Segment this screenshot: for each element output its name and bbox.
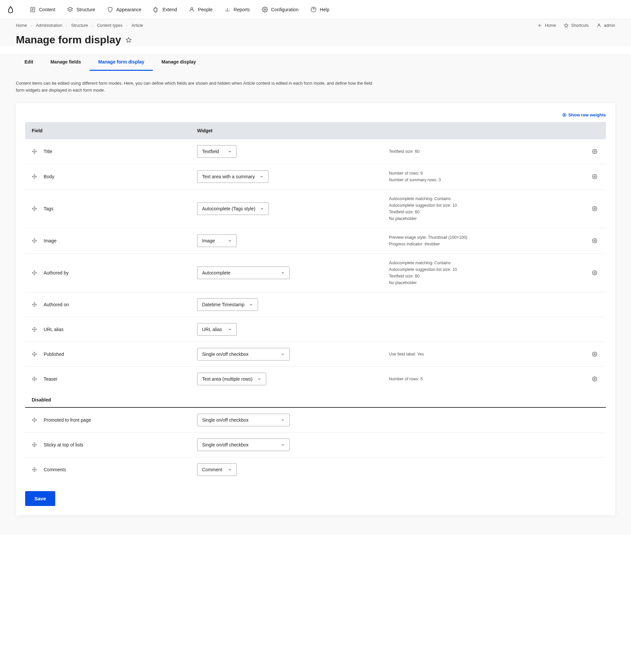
table-row: CommentsComment: [25, 457, 606, 482]
widget-select[interactable]: Autocomplete: [197, 267, 290, 279]
save-button[interactable]: Save: [25, 491, 55, 506]
drag-handle-icon[interactable]: [32, 352, 37, 357]
gear-icon: [262, 7, 268, 13]
drag-handle-icon[interactable]: [32, 376, 37, 382]
widget-select[interactable]: Text area with a summary: [197, 170, 269, 183]
nav-reports[interactable]: Reports: [219, 0, 256, 19]
shortcuts-link[interactable]: Shortcuts: [564, 23, 589, 28]
drag-handle-icon[interactable]: [32, 206, 37, 211]
nav-structure[interactable]: Structure: [61, 0, 101, 19]
puzzle-icon: [153, 7, 159, 13]
svg-point-18: [594, 240, 595, 241]
user-link[interactable]: admin: [597, 23, 615, 28]
field-name: Image: [44, 238, 56, 243]
intro-text: Content items can be edited using differ…: [16, 80, 380, 94]
widget-select-value: Autocomplete (Tags style): [202, 206, 255, 211]
tab-manage-fields[interactable]: Manage fields: [42, 54, 90, 71]
table-row: Authored onDatetime Timestamp: [25, 292, 606, 317]
gear-icon: [592, 149, 597, 154]
settings-button[interactable]: [590, 204, 599, 213]
gear-icon: [592, 206, 597, 211]
svg-point-12: [598, 24, 600, 25]
widget-select-value: Single on/off checkbox: [202, 352, 249, 357]
table-row: ImageImagePreview image style: Thumbnail…: [25, 228, 606, 254]
chevron-down-icon: [260, 175, 264, 178]
user-label: admin: [604, 23, 615, 28]
chevron-down-icon: [260, 207, 264, 211]
field-name: Authored on: [44, 302, 69, 307]
breadcrumb-item[interactable]: Administration: [36, 23, 62, 28]
settings-button[interactable]: [590, 350, 599, 359]
page-header: Manage form display: [0, 28, 631, 46]
field-name: Comments: [44, 467, 66, 472]
widget-select[interactable]: Comment: [197, 463, 237, 476]
widget-select[interactable]: Datetime Timestamp: [197, 298, 258, 311]
chevron-down-icon: [281, 418, 285, 422]
widget-select[interactable]: Single on/off checkbox: [197, 438, 290, 451]
drag-handle-icon[interactable]: [32, 174, 37, 179]
table-row: TagsAutocomplete (Tags style)Autocomplet…: [25, 190, 606, 228]
drag-handle-icon[interactable]: [32, 417, 37, 423]
field-name: Promoted to front page: [44, 417, 91, 423]
settings-button[interactable]: [590, 236, 599, 245]
chevron-down-icon: [228, 467, 232, 472]
field-name: Body: [44, 174, 54, 179]
widget-select[interactable]: URL alias: [197, 323, 237, 336]
tab-manage-form-display[interactable]: Manage form display: [90, 54, 153, 71]
gear-icon: [592, 238, 597, 243]
drag-handle-icon[interactable]: [32, 149, 37, 154]
breadcrumb-item[interactable]: Article: [131, 23, 143, 28]
nav-configuration[interactable]: Configuration: [256, 0, 305, 19]
widget-select[interactable]: Autocomplete (Tags style): [197, 202, 269, 215]
settings-button[interactable]: [590, 374, 599, 384]
page-title: Manage form display: [16, 34, 121, 46]
body: Content items can be edited using differ…: [0, 71, 631, 535]
home-link[interactable]: Home: [538, 23, 556, 28]
summary-cell: Autocomplete matching: ContainsAutocompl…: [389, 195, 579, 222]
drag-handle-icon[interactable]: [32, 302, 37, 307]
breadcrumb-item[interactable]: Structure: [71, 23, 88, 28]
breadcrumb: Home›Administration›Structure›Content ty…: [16, 23, 143, 28]
settings-button[interactable]: [590, 268, 599, 278]
drag-handle-icon[interactable]: [32, 270, 37, 275]
nav-extend[interactable]: Extend: [147, 0, 183, 19]
drag-handle-icon[interactable]: [32, 467, 37, 472]
nav-help[interactable]: Help: [305, 0, 335, 19]
tab-edit[interactable]: Edit: [16, 54, 42, 71]
chevron-down-icon: [281, 271, 285, 275]
nav-label: Appearance: [116, 7, 142, 12]
widget-select[interactable]: Text area (multiple rows): [197, 373, 266, 385]
subbar: Home›Administration›Structure›Content ty…: [0, 19, 631, 28]
widget-select[interactable]: Image: [197, 235, 237, 247]
drag-handle-icon[interactable]: [32, 238, 37, 243]
drag-handle-icon[interactable]: [32, 442, 37, 448]
widget-select-value: Single on/off checkbox: [202, 417, 249, 423]
chevron-down-icon: [257, 377, 261, 381]
nav-label: Extend: [162, 7, 177, 12]
breadcrumb-item[interactable]: Content types: [97, 23, 122, 28]
nav-people[interactable]: People: [183, 0, 219, 19]
widget-select[interactable]: Single on/off checkbox: [197, 414, 290, 426]
field-name: Teaser: [44, 376, 57, 382]
svg-point-21: [594, 378, 595, 380]
widget-select[interactable]: Textfield: [197, 145, 237, 158]
svg-marker-4: [68, 7, 73, 10]
tab-manage-display[interactable]: Manage display: [153, 54, 204, 71]
breadcrumb-item[interactable]: Home: [16, 23, 27, 28]
nav-content[interactable]: Content: [24, 0, 61, 19]
drupal-logo-icon[interactable]: [7, 6, 15, 14]
widget-select[interactable]: Single on/off checkbox: [197, 348, 290, 360]
star-icon[interactable]: [126, 37, 131, 43]
gear-icon: [592, 352, 597, 357]
settings-button[interactable]: [590, 172, 599, 181]
chevron-down-icon: [228, 149, 232, 153]
nav-label: Configuration: [271, 7, 299, 12]
breadcrumb-sep: ›: [31, 24, 32, 27]
svg-point-5: [191, 8, 193, 9]
drag-handle-icon[interactable]: [32, 327, 37, 332]
settings-button[interactable]: [590, 147, 599, 156]
shield-icon: [107, 7, 113, 13]
show-row-weights-link[interactable]: Show row weights: [562, 113, 606, 117]
col-widget: Widget: [197, 128, 389, 133]
nav-appearance[interactable]: Appearance: [101, 0, 147, 19]
